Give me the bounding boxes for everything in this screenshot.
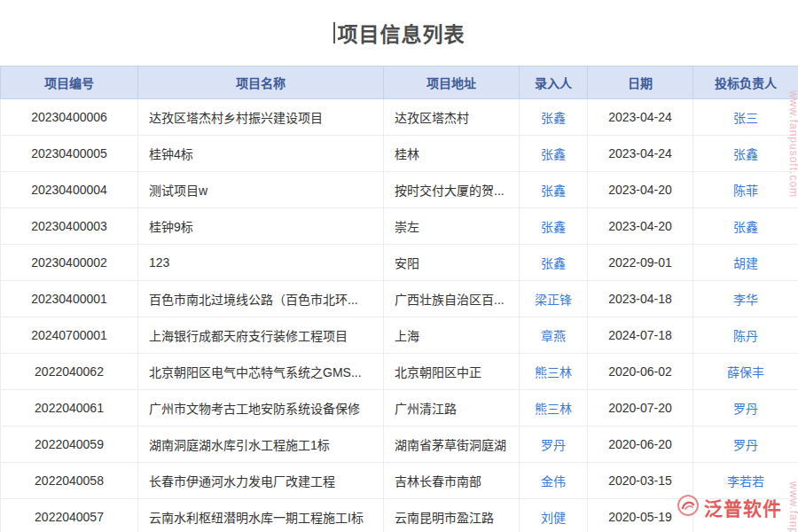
table-row[interactable]: 2022040059湖南洞庭湖水库引水工程施工1标湖南省茅草街洞庭湖罗丹2020… — [1, 426, 798, 463]
project-address: 北京朝阳区中正 — [384, 354, 520, 390]
entry-person-link[interactable]: 张鑫 — [520, 172, 588, 208]
entry-person-link[interactable]: 张鑫 — [520, 136, 588, 172]
entry-person-link[interactable]: 章燕 — [520, 317, 588, 354]
project-id: 2022040059 — [1, 426, 138, 463]
bid-manager-link[interactable]: 薛保丰 — [693, 354, 798, 390]
project-address: 达孜区塔杰村 — [384, 99, 520, 136]
project-address: 湖南省茅草街洞庭湖 — [384, 426, 520, 463]
project-id: 2022040057 — [1, 499, 138, 532]
project-address: 广州清江路 — [384, 390, 520, 426]
project-date: 2023-04-18 — [588, 281, 693, 317]
column-header-1: 项目名称 — [138, 66, 384, 99]
project-id: 20240700001 — [1, 317, 138, 354]
project-name: 123 — [138, 245, 384, 281]
table-row[interactable]: 2022040061广州市文物考古工地安防系统设备保修广州清江路熊三林2020-… — [1, 390, 798, 426]
entry-person-link[interactable]: 梁正锋 — [520, 281, 588, 317]
table-row[interactable]: 20240700001上海银行成都天府支行装修工程项目上海章燕2024-07-1… — [1, 317, 798, 354]
project-table: 项目编号项目名称项目地址录入人日期投标负责人 20230400006达孜区塔杰村… — [0, 66, 798, 532]
project-name: 桂钟4标 — [138, 136, 384, 172]
project-date: 2023-04-24 — [588, 99, 693, 136]
project-name: 长春市伊通河水力发电厂改建工程 — [138, 463, 384, 499]
project-id: 2022040058 — [1, 463, 138, 499]
bid-manager-link[interactable]: 罗丹 — [693, 426, 798, 463]
project-name: 湖南洞庭湖水库引水工程施工1标 — [138, 426, 384, 463]
project-date: 2020-07-20 — [588, 390, 693, 426]
table-row[interactable]: 20230400005桂钟4标桂林张鑫2023-04-24张鑫 — [1, 136, 798, 172]
table-row[interactable]: 20230400001百色市南北过境线公路（百色市北环...广西壮族自治区百..… — [1, 281, 798, 317]
project-date: 2023-04-24 — [588, 136, 693, 172]
bid-manager-link[interactable]: 李若若 — [693, 463, 798, 499]
bid-manager-link[interactable]: 罗丹 — [693, 390, 798, 426]
table-row[interactable]: 2022040062北京朝阳区电气中芯特气系统之GMS...北京朝阳区中正熊三林… — [1, 354, 798, 390]
project-address: 桂林 — [384, 136, 520, 172]
project-id: 20230400005 — [1, 136, 138, 172]
entry-person-link[interactable]: 张鑫 — [520, 99, 588, 136]
bid-manager-link[interactable]: 张鑫 — [693, 208, 798, 245]
project-id: 2022040061 — [1, 390, 138, 426]
column-header-4: 日期 — [588, 66, 693, 99]
project-id: 20230400003 — [1, 208, 138, 245]
project-address: 崇左 — [384, 208, 520, 245]
project-name: 上海银行成都天府支行装修工程项目 — [138, 317, 384, 354]
project-name: 测试项目w — [138, 172, 384, 208]
project-address: 上海 — [384, 317, 520, 354]
project-address: 云南昆明市盈江路 — [384, 499, 520, 532]
project-address: 安阳 — [384, 245, 520, 281]
bid-manager-link[interactable]: 张三 — [693, 99, 798, 136]
table-row[interactable]: 20230400006达孜区塔杰村乡村振兴建设项目达孜区塔杰村张鑫2023-04… — [1, 99, 798, 136]
project-id: 20230400001 — [1, 281, 138, 317]
column-header-2: 项目地址 — [384, 66, 520, 99]
project-address: 吉林长春市南部 — [384, 463, 520, 499]
page-title: 项目信息列表 — [338, 18, 466, 48]
project-name: 云南水利枢纽潜明水库一期工程施工I标 — [138, 499, 384, 532]
entry-person-link[interactable]: 刘健 — [520, 499, 588, 532]
project-id: 20230400004 — [1, 172, 138, 208]
project-date: 2023-04-20 — [588, 208, 693, 245]
table-row[interactable]: 20230400004测试项目w按时交付大厦的贺...张鑫2023-04-20陈… — [1, 172, 798, 208]
bid-manager-link[interactable] — [693, 499, 798, 532]
project-address: 广西壮族自治区百... — [384, 281, 520, 317]
project-name: 广州市文物考古工地安防系统设备保修 — [138, 390, 384, 426]
table-row[interactable]: 2022040057云南水利枢纽潜明水库一期工程施工I标云南昆明市盈江路刘健20… — [1, 499, 798, 532]
entry-person-link[interactable]: 张鑫 — [520, 245, 588, 281]
page-header: 项目信息列表 — [0, 0, 798, 66]
table-row[interactable]: 20230400003桂钟9标崇左张鑫2023-04-20张鑫 — [1, 208, 798, 245]
project-id: 2022040062 — [1, 354, 138, 390]
entry-person-link[interactable]: 张鑫 — [520, 208, 588, 245]
project-name: 达孜区塔杰村乡村振兴建设项目 — [138, 99, 384, 136]
project-date: 2024-07-18 — [588, 317, 693, 354]
project-info-page: 项目信息列表 项目编号项目名称项目地址录入人日期投标负责人 2023040000… — [0, 0, 798, 532]
bid-manager-link[interactable]: 胡建 — [693, 245, 798, 281]
project-date: 2020-06-20 — [588, 426, 693, 463]
entry-person-link[interactable]: 罗丹 — [520, 426, 588, 463]
entry-person-link[interactable]: 熊三林 — [520, 354, 588, 390]
entry-person-link[interactable]: 金伟 — [520, 463, 588, 499]
project-date: 2022-09-01 — [588, 245, 693, 281]
column-header-5: 投标负责人 — [693, 66, 798, 99]
table-row[interactable]: 20230400002123安阳张鑫2022-09-01胡建 — [1, 245, 798, 281]
project-id: 20230400006 — [1, 99, 138, 136]
project-date: 2020-05-19 — [588, 499, 693, 532]
bid-manager-link[interactable]: 张鑫 — [693, 136, 798, 172]
project-date: 2023-04-20 — [588, 172, 693, 208]
entry-person-link[interactable]: 熊三林 — [520, 390, 588, 426]
project-name: 北京朝阳区电气中芯特气系统之GMS... — [138, 354, 384, 390]
project-id: 20230400002 — [1, 245, 138, 281]
bid-manager-link[interactable]: 陈菲 — [693, 172, 798, 208]
project-date: 2020-03-15 — [588, 463, 693, 499]
table-header-row: 项目编号项目名称项目地址录入人日期投标负责人 — [1, 66, 798, 99]
project-name: 桂钟9标 — [138, 208, 384, 245]
project-date: 2020-06-02 — [588, 354, 693, 390]
column-header-3: 录入人 — [520, 66, 588, 99]
project-address: 按时交付大厦的贺... — [384, 172, 520, 208]
bid-manager-link[interactable]: 陈丹 — [693, 317, 798, 354]
column-header-0: 项目编号 — [1, 66, 138, 99]
table-row[interactable]: 2022040058长春市伊通河水力发电厂改建工程吉林长春市南部金伟2020-0… — [1, 463, 798, 499]
text-cursor — [333, 22, 335, 43]
project-name: 百色市南北过境线公路（百色市北环... — [138, 281, 384, 317]
bid-manager-link[interactable]: 李华 — [693, 281, 798, 317]
table-body: 20230400006达孜区塔杰村乡村振兴建设项目达孜区塔杰村张鑫2023-04… — [1, 99, 798, 532]
